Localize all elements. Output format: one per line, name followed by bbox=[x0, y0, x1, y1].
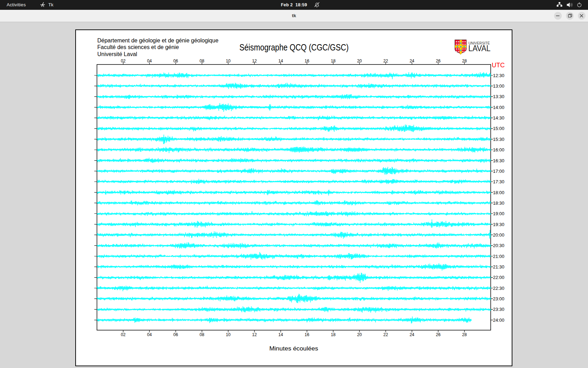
svg-text:22:30: 22:30 bbox=[493, 286, 505, 291]
svg-text:19:00: 19:00 bbox=[493, 211, 505, 216]
svg-text:12: 12 bbox=[252, 332, 257, 337]
svg-text:24:00: 24:00 bbox=[493, 318, 505, 323]
svg-text:24: 24 bbox=[410, 59, 414, 63]
svg-text:26: 26 bbox=[436, 59, 441, 63]
svg-text:17:00: 17:00 bbox=[493, 169, 505, 174]
svg-text:22:00: 22:00 bbox=[493, 275, 505, 280]
svg-text:Faculté des sciences et de gén: Faculté des sciences et de génie bbox=[97, 44, 179, 50]
svg-text:04: 04 bbox=[147, 59, 152, 63]
svg-text:28: 28 bbox=[462, 332, 467, 337]
svg-text:18: 18 bbox=[331, 59, 336, 63]
svg-text:14: 14 bbox=[278, 59, 283, 63]
svg-text:14:00: 14:00 bbox=[493, 105, 505, 110]
svg-text:02: 02 bbox=[121, 332, 126, 337]
svg-text:10: 10 bbox=[226, 332, 231, 337]
svg-text:12: 12 bbox=[252, 59, 257, 63]
svg-text:22: 22 bbox=[383, 59, 388, 63]
svg-text:Département de géologie et de: Département de géologie et de génie géol… bbox=[97, 38, 218, 43]
svg-text:26: 26 bbox=[436, 332, 441, 337]
svg-text:15:00: 15:00 bbox=[493, 126, 505, 131]
svg-text:18:30: 18:30 bbox=[493, 200, 505, 206]
svg-text:UTC: UTC bbox=[492, 61, 505, 69]
svg-text:15:30: 15:30 bbox=[493, 137, 505, 142]
svg-text:08: 08 bbox=[200, 332, 204, 337]
svg-text:21:00: 21:00 bbox=[493, 254, 505, 259]
svg-text:20:00: 20:00 bbox=[493, 232, 505, 238]
svg-text:18: 18 bbox=[331, 332, 336, 337]
svg-text:02: 02 bbox=[121, 59, 126, 63]
svg-text:08: 08 bbox=[200, 59, 204, 63]
svg-text:06: 06 bbox=[173, 332, 178, 337]
svg-text:10: 10 bbox=[226, 59, 231, 63]
svg-text:16: 16 bbox=[304, 332, 309, 337]
svg-text:17:30: 17:30 bbox=[493, 179, 505, 184]
svg-text:20:30: 20:30 bbox=[493, 243, 505, 248]
svg-text:Université Laval: Université Laval bbox=[97, 51, 137, 57]
svg-text:Séismographe QCQ (CGC/GSC): Séismographe QCQ (CGC/GSC) bbox=[239, 42, 349, 52]
svg-text:13:00: 13:00 bbox=[493, 83, 505, 89]
svg-text:18:00: 18:00 bbox=[493, 190, 505, 195]
svg-text:LAVAL: LAVAL bbox=[468, 43, 491, 53]
svg-text:23:00: 23:00 bbox=[493, 296, 505, 301]
svg-text:12:30: 12:30 bbox=[493, 73, 505, 78]
svg-text:13:30: 13:30 bbox=[493, 94, 505, 99]
svg-text:16:00: 16:00 bbox=[493, 147, 505, 152]
svg-text:16: 16 bbox=[304, 59, 309, 63]
svg-text:21:30: 21:30 bbox=[493, 264, 505, 270]
svg-text:22: 22 bbox=[383, 332, 388, 337]
svg-text:14: 14 bbox=[278, 332, 283, 337]
svg-text:24: 24 bbox=[410, 332, 414, 337]
svg-text:20: 20 bbox=[357, 59, 362, 63]
svg-text:06: 06 bbox=[173, 59, 178, 63]
svg-text:16:30: 16:30 bbox=[493, 158, 505, 163]
svg-text:14:30: 14:30 bbox=[493, 115, 505, 121]
svg-text:20: 20 bbox=[357, 332, 362, 337]
svg-text:28: 28 bbox=[462, 59, 467, 63]
svg-text:23:30: 23:30 bbox=[493, 307, 505, 312]
svg-text:19:30: 19:30 bbox=[493, 222, 505, 227]
svg-text:04: 04 bbox=[147, 332, 152, 337]
svg-text:Minutes écoulées: Minutes écoulées bbox=[269, 345, 318, 352]
